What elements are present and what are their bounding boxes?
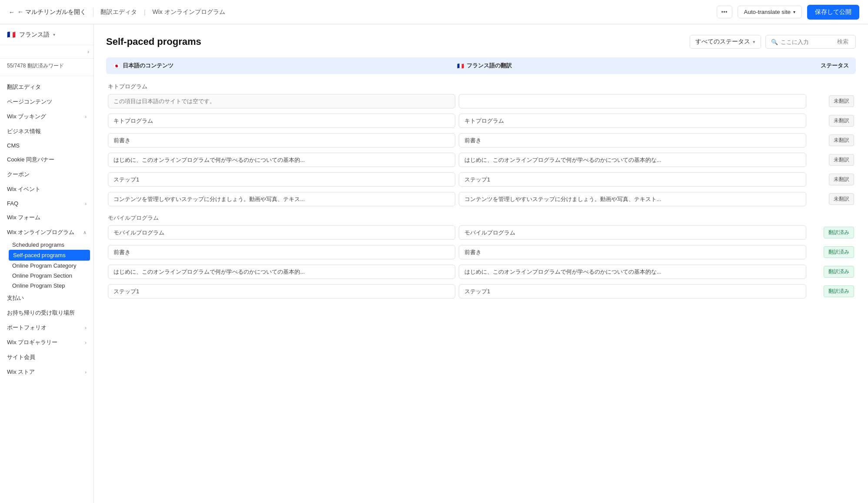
sidebar-item-label: ビジネス情報: [7, 127, 41, 135]
more-icon: •••: [721, 9, 728, 15]
french-input[interactable]: [459, 153, 806, 167]
table-row: 翻訳済み: [106, 244, 856, 260]
sidebar-item-label: Wix オンラインプログラム: [7, 228, 74, 236]
japanese-input[interactable]: [108, 172, 455, 187]
status-cell: 翻訳済み: [808, 266, 856, 278]
sidebar-item-page-content[interactable]: ページコンテンツ: [0, 94, 93, 109]
table-row: 未翻訳: [106, 171, 856, 188]
sidebar-item-label: CMS: [7, 142, 20, 149]
japanese-cell: [106, 132, 457, 148]
header-controls: すべてのステータス ▾ 🔍 検索: [690, 35, 856, 49]
sidebar-item-label: Online Program Step: [12, 282, 65, 289]
japanese-input[interactable]: [108, 225, 455, 240]
japanese-input[interactable]: [108, 192, 455, 206]
search-icon: 🔍: [771, 39, 778, 45]
french-input[interactable]: [459, 114, 806, 128]
french-flag-icon: 🇫🇷: [457, 63, 464, 69]
chevron-down-icon: ▾: [793, 10, 795, 14]
auto-translate-label: Auto-translate site: [744, 9, 791, 15]
sidebar-item-online-category[interactable]: Online Program Category: [0, 261, 93, 271]
french-input[interactable]: [459, 265, 806, 279]
status-badge: 未翻訳: [829, 95, 854, 107]
search-btn-label: 検索: [837, 38, 848, 45]
sidebar-item-label: Online Program Section: [12, 272, 72, 279]
language-label: フランス語: [19, 31, 50, 39]
sidebar-item-cookie[interactable]: Cookie 同意バナー: [0, 152, 93, 167]
word-count: 55/7478 翻訳済みワード: [0, 59, 93, 76]
status-cell: 未翻訳: [808, 95, 856, 107]
french-input[interactable]: [459, 245, 806, 259]
sidebar-item-coupon[interactable]: クーポン: [0, 167, 93, 182]
sidebar-item-label: Self-paced programs: [13, 252, 66, 258]
search-input[interactable]: [781, 39, 833, 45]
sidebar-item-wix-store[interactable]: Wix ストア ›: [0, 365, 93, 379]
sidebar-item-cms[interactable]: CMS: [0, 139, 93, 152]
sidebar-item-label: Wix ブッキング: [7, 113, 46, 121]
sidebar-item-wix-gallery[interactable]: Wix プロギャラリー ›: [0, 335, 93, 350]
sidebar-item-online-step[interactable]: Online Program Step: [0, 281, 93, 291]
column-japanese: 🇯🇵 日本語のコンテンツ: [113, 62, 457, 70]
japanese-input[interactable]: [108, 114, 455, 128]
french-input[interactable]: [459, 225, 806, 240]
header-left: ← ← マルチリンガルを開く 翻訳エディタ | Wix オンラインプログラム: [9, 8, 225, 17]
sidebar-item-label: お持ち帰りの受け取り場所: [7, 309, 75, 317]
sidebar-item-site-members[interactable]: サイト会員: [0, 350, 93, 365]
sidebar-item-faq[interactable]: FAQ ›: [0, 197, 93, 210]
french-input[interactable]: [459, 284, 806, 298]
collapse-button[interactable]: ›: [0, 45, 93, 59]
sidebar-item-trans-editor[interactable]: 翻訳エディタ: [0, 80, 93, 94]
publish-button[interactable]: 保存して公開: [807, 5, 859, 20]
japanese-input[interactable]: [108, 153, 455, 167]
french-cell: [457, 225, 808, 241]
japanese-input[interactable]: [108, 133, 455, 148]
status-cell: 翻訳済み: [808, 227, 856, 238]
more-options-button[interactable]: •••: [717, 6, 732, 18]
japanese-input[interactable]: [108, 265, 455, 279]
sidebar-item-self-paced[interactable]: Self-paced programs: [9, 250, 90, 261]
sidebar-item-wix-forms[interactable]: Wix フォーム: [0, 210, 93, 225]
japanese-input[interactable]: [108, 284, 455, 298]
table-row: 未翻訳: [106, 191, 856, 207]
french-cell: [457, 152, 808, 168]
page-title: Self-paced programs: [106, 36, 201, 47]
japanese-cell: [106, 283, 457, 299]
chevron-right-icon: ›: [85, 369, 87, 375]
french-input[interactable]: [459, 94, 806, 108]
sidebar-item-biz-info[interactable]: ビジネス情報: [0, 124, 93, 139]
sidebar-item-portfolio[interactable]: ポートフォリオ ›: [0, 320, 93, 335]
sidebar-item-pickup[interactable]: お持ち帰りの受け取り場所: [0, 305, 93, 320]
header-right: ••• Auto-translate site ▾ 保存して公開: [717, 5, 859, 20]
status-dropdown[interactable]: すべてのステータス ▾: [690, 35, 761, 49]
sidebar-item-label: ポートフォリオ: [7, 324, 47, 332]
french-input[interactable]: [459, 192, 806, 206]
table-row: 翻訳済み: [106, 264, 856, 280]
sidebar-item-wix-events[interactable]: Wix イベント: [0, 182, 93, 197]
main-layout: 🇫🇷 フランス語 ▾ › 55/7478 翻訳済みワード 翻訳エディタ ページコ…: [0, 24, 868, 503]
japanese-input[interactable]: [108, 94, 455, 108]
section-mobile-label: モバイルプログラム: [106, 211, 856, 225]
french-cell: [457, 264, 808, 280]
french-input[interactable]: [459, 133, 806, 148]
french-input[interactable]: [459, 172, 806, 187]
sidebar-item-wix-online[interactable]: Wix オンラインプログラム ∧: [0, 225, 93, 240]
status-cell: 翻訳済み: [808, 246, 856, 258]
language-selector[interactable]: 🇫🇷 フランス語 ▾: [0, 24, 93, 45]
sidebar-item-wix-booking[interactable]: Wix ブッキング ›: [0, 109, 93, 124]
french-cell: [457, 132, 808, 148]
table-row: 未翻訳: [106, 132, 856, 148]
sidebar-item-payment[interactable]: 支払い: [0, 291, 93, 305]
sidebar-item-scheduled[interactable]: Scheduled programs: [0, 240, 93, 250]
french-cell: [457, 113, 808, 129]
french-flag-icon: 🇫🇷: [7, 30, 16, 39]
back-button[interactable]: ← ← マルチリンガルを開く: [9, 8, 86, 16]
table-header: 🇯🇵 日本語のコンテンツ 🇫🇷 フランス語の翻訳 ステータス: [106, 57, 856, 74]
search-button[interactable]: 検索: [835, 38, 850, 46]
sidebar-item-label: Wix フォーム: [7, 214, 40, 221]
sidebar-item-label: FAQ: [7, 200, 18, 207]
japanese-input[interactable]: [108, 245, 455, 259]
sidebar-item-online-section[interactable]: Online Program Section: [0, 271, 93, 281]
sidebar-item-label: クーポン: [7, 171, 30, 178]
status-badge: 翻訳済み: [824, 285, 854, 297]
table-row: 翻訳済み: [106, 283, 856, 299]
auto-translate-button[interactable]: Auto-translate site ▾: [738, 6, 802, 18]
